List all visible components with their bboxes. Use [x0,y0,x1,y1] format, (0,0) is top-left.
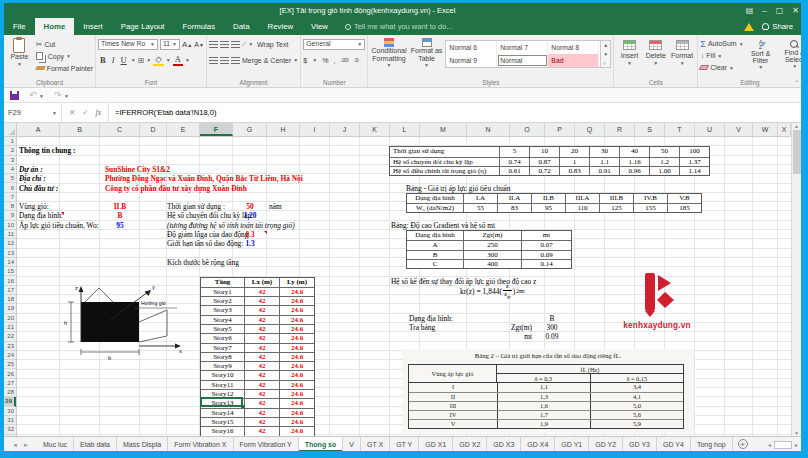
tab-scroll-left-icon[interactable]: ◄ [12,442,18,448]
table-cell[interactable]: 1.37 [679,158,709,166]
table-cell[interactable]: 110 [565,204,599,212]
row-header-21[interactable]: 21 [4,323,16,332]
cell-usage-value[interactable]: 50 [233,202,267,211]
table-cell[interactable]: 5,9 [590,420,683,428]
table-cell[interactable]: Story10 [201,371,244,379]
font-name-select[interactable]: Times New Ro▼ [98,39,158,50]
align-left-icon[interactable] [209,57,218,64]
formula-input[interactable]: =IFERROR('Etab data'!N18,0) [109,108,216,117]
table-cell[interactable]: V [409,420,497,428]
table-cell[interactable]: Zgt(m) [463,231,521,240]
align-right-icon[interactable] [231,57,240,64]
table-cell[interactable]: 0.14 [521,260,571,268]
table-cell[interactable]: 55 [463,204,497,212]
format-as-table-button[interactable]: Format as Table▼ [410,38,444,76]
column-header-i[interactable]: I [300,123,330,136]
menu-tab-view[interactable]: View [302,18,337,35]
name-box[interactable]: F29▼ [4,103,62,123]
gallery-up-icon[interactable]: ▲ [603,42,608,48]
column-header-r[interactable]: R [605,123,635,136]
column-header-c[interactable]: C [100,123,140,136]
table-cell[interactable]: 185 [667,204,701,212]
row-header-27[interactable]: 27 [4,379,16,388]
row-header-31[interactable]: 31 [4,416,16,425]
cell-freq-label[interactable]: Giới hạn tần số dao động: [167,239,243,248]
row-header-11[interactable]: 11 [4,230,16,239]
sheet-tab-tong-hop[interactable]: Tong hop [691,437,733,452]
menu-tab-review[interactable]: Review [259,18,303,35]
table-cell[interactable]: 42 [244,409,279,417]
column-header-m[interactable]: M [420,123,467,136]
column-header-u[interactable]: U [695,123,725,136]
cell-wind-region-label[interactable]: Vùng gió: [19,202,49,211]
row-header-15[interactable]: 15 [4,267,16,276]
row-header-1[interactable]: 1 [4,137,16,146]
insert-cells-button[interactable]: Insert▼ [616,38,642,76]
row-header-16[interactable]: 16 [4,277,16,286]
horizontal-scrollbar[interactable]: ◄ ► [767,437,801,452]
grow-font-button[interactable]: A▲ [182,40,192,49]
table-cell[interactable]: Story3 [201,306,244,314]
underline-button[interactable]: U [119,55,129,65]
menu-tab-formulas[interactable]: Formulas [174,18,225,35]
cell-address-label[interactable]: Địa chỉ : [19,174,46,183]
table-cell[interactable]: 42 [244,353,279,361]
table-cell[interactable]: II [409,393,497,401]
table-cell[interactable]: 1,3 [497,393,590,401]
table-cell[interactable]: 1.00 [649,167,679,175]
active-cell-selection[interactable] [200,397,243,406]
column-header-a[interactable]: A [17,123,60,136]
gallery-more-icon[interactable]: ▿ [603,60,608,66]
table-cell[interactable]: I [409,383,497,392]
table-cell[interactable]: 24.6 [279,344,314,352]
sheet-tab-gd-y1[interactable]: GD Y1 [555,437,589,452]
table-cell[interactable]: 0.07 [521,241,571,249]
sheet-tab-muc-luc[interactable]: Muc luc [37,437,74,452]
table-cell[interactable]: IV.B [633,194,667,203]
save-icon[interactable] [10,91,19,100]
undo-icon[interactable]: ↶ ▼ [29,90,44,100]
table-cell[interactable]: A [407,241,463,249]
table-cell[interactable]: Story1 [201,288,244,296]
cell-project-label[interactable]: Dự án : [19,165,43,174]
scroll-right-icon[interactable]: ► [794,442,799,448]
sheet-tab-gd-x3[interactable]: GD X3 [487,437,521,452]
sheet-tab-gd-x1[interactable]: GD X1 [419,437,453,452]
row-header-30[interactable]: 30 [4,407,16,416]
style-normal-6[interactable]: Normal 6 [446,41,497,54]
table-cell[interactable]: 42 [244,344,279,352]
row-header-14[interactable]: 14 [4,258,16,267]
fill-color-button[interactable]: ◇ [153,54,164,66]
table-cell[interactable]: 83 [497,204,531,212]
style-normal[interactable]: Normal [497,54,548,67]
column-header-f[interactable]: F [200,123,233,136]
table-cell[interactable]: 300 [463,251,521,259]
table-cell[interactable]: 42 [244,362,279,370]
column-header-d[interactable]: D [140,123,167,136]
table-cell[interactable]: mt [521,231,571,240]
table-cell[interactable]: 0.09 [521,251,571,259]
table-cell[interactable]: Lx (m) [244,278,279,287]
ribbon-options-icon[interactable]: ▤ [746,6,754,15]
align-top-icon[interactable] [209,41,218,48]
table-cell[interactable]: Story15 [201,418,244,426]
table-cell[interactable]: 0.83 [559,167,589,175]
share-button[interactable]: Share [762,22,793,31]
table-cell[interactable]: II.A [497,194,531,203]
table-cell[interactable]: 1,1 [497,383,590,392]
cell-terrain-value[interactable]: B [100,211,140,220]
table-cell[interactable]: 42 [244,334,279,342]
table-cell[interactable]: Hệ số chuyển đổi chu kỳ lặp [390,158,499,166]
table-cell[interactable]: IV [409,411,497,419]
sheet-tab-gd-x4[interactable]: GD X4 [521,437,555,452]
redo-icon[interactable]: ↷ ▼ [54,90,69,100]
table-cell[interactable]: 0.61 [499,167,529,175]
table-cell[interactable]: 24.6 [279,297,314,305]
menu-tab-data[interactable]: Data [224,18,258,35]
table-cell[interactable]: 42 [244,325,279,333]
table-cell[interactable]: 0.87 [529,158,559,166]
row-header-10[interactable]: 10 [4,221,16,230]
fill-button[interactable]: ↓Fill▼ [700,50,743,61]
tab-scroll-right-icon[interactable]: ► [23,442,29,448]
table-cell[interactable]: Tầng [201,278,244,287]
